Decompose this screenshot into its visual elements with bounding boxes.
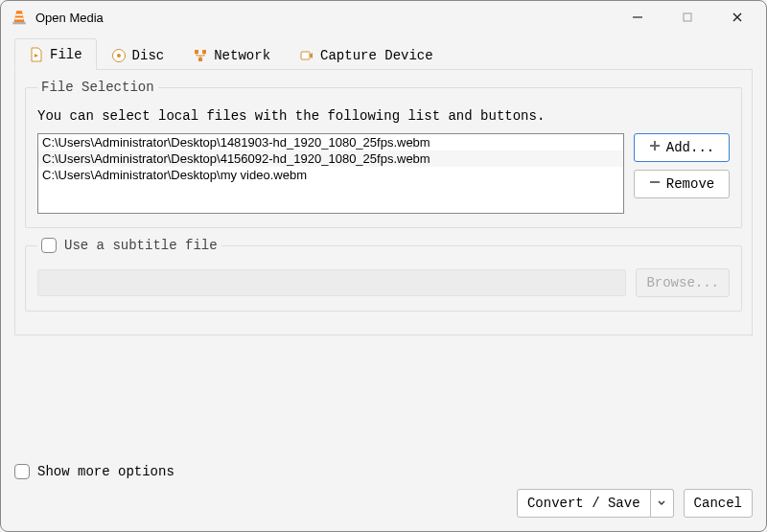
tab-file-label: File xyxy=(50,47,82,62)
tab-capture-label: Capture Device xyxy=(320,48,433,63)
svg-rect-2 xyxy=(12,22,26,24)
window-title: Open Media xyxy=(35,11,616,25)
remove-button[interactable]: Remove xyxy=(634,170,730,198)
subtitle-checkbox-label: Use a subtitle file xyxy=(64,238,218,253)
window-controls xyxy=(616,4,758,31)
tab-network[interactable]: Network xyxy=(178,38,285,70)
browse-button-label: Browse... xyxy=(646,275,719,290)
convert-save-button[interactable]: Convert / Save xyxy=(517,489,651,518)
cancel-button[interactable]: Cancel xyxy=(684,489,753,518)
subtitle-group: Use a subtitle file Browse... xyxy=(25,238,742,312)
capture-device-icon xyxy=(299,48,314,63)
tab-capture[interactable]: Capture Device xyxy=(285,38,448,70)
subtitle-path-input xyxy=(37,269,626,296)
svg-rect-14 xyxy=(650,145,660,147)
show-more-label: Show more options xyxy=(37,464,174,479)
plus-icon xyxy=(649,140,661,155)
subtitle-checkbox[interactable] xyxy=(41,238,57,253)
svg-rect-12 xyxy=(301,52,310,59)
disc-icon xyxy=(111,48,127,63)
title-bar: Open Media xyxy=(1,1,766,34)
close-button[interactable] xyxy=(716,4,758,31)
tab-disc[interactable]: Disc xyxy=(97,38,179,70)
convert-save-label: Convert / Save xyxy=(527,496,640,511)
maximize-button[interactable] xyxy=(666,4,709,31)
remove-button-label: Remove xyxy=(666,176,714,192)
svg-point-8 xyxy=(117,54,121,58)
dialog-footer: Show more options Convert / Save Cancel xyxy=(1,456,766,531)
svg-rect-15 xyxy=(650,181,660,183)
tab-file[interactable]: File xyxy=(14,38,97,70)
minimize-button[interactable] xyxy=(616,4,659,31)
list-item[interactable]: C:\Users\Administrator\Desktop\my video.… xyxy=(38,167,623,183)
svg-rect-0 xyxy=(15,14,22,16)
vlc-app-icon xyxy=(11,9,28,26)
tab-bar: File Disc Network Capture Device xyxy=(14,37,753,70)
list-item[interactable]: C:\Users\Administrator\Desktop\4156092-h… xyxy=(38,150,623,167)
svg-rect-10 xyxy=(202,50,206,54)
dialog-content: File Disc Network Capture Device xyxy=(1,34,766,456)
svg-rect-9 xyxy=(195,50,198,54)
file-selection-help: You can select local files with the foll… xyxy=(37,108,730,124)
minus-icon xyxy=(649,176,661,192)
svg-rect-11 xyxy=(198,58,202,61)
add-button-label: Add... xyxy=(666,140,714,155)
file-icon xyxy=(29,47,44,62)
open-media-dialog: Open Media File xyxy=(0,0,767,532)
chevron-down-icon xyxy=(658,496,665,511)
file-panel: File Selection You can select local file… xyxy=(14,70,753,335)
show-more-checkbox[interactable] xyxy=(14,464,30,479)
convert-save-split-button: Convert / Save xyxy=(517,489,674,518)
file-selection-legend: File Selection xyxy=(37,80,158,95)
tab-network-label: Network xyxy=(214,48,270,63)
tab-disc-label: Disc xyxy=(132,48,165,63)
svg-rect-1 xyxy=(15,18,24,20)
file-selection-group: File Selection You can select local file… xyxy=(25,80,742,228)
convert-save-dropdown[interactable] xyxy=(651,489,674,518)
network-icon xyxy=(193,48,208,63)
file-list[interactable]: C:\Users\Administrator\Desktop\1481903-h… xyxy=(37,133,624,214)
add-button[interactable]: Add... xyxy=(634,133,730,162)
cancel-button-label: Cancel xyxy=(694,496,742,511)
list-item[interactable]: C:\Users\Administrator\Desktop\1481903-h… xyxy=(38,134,623,150)
svg-rect-4 xyxy=(684,13,691,21)
browse-button: Browse... xyxy=(636,268,730,297)
